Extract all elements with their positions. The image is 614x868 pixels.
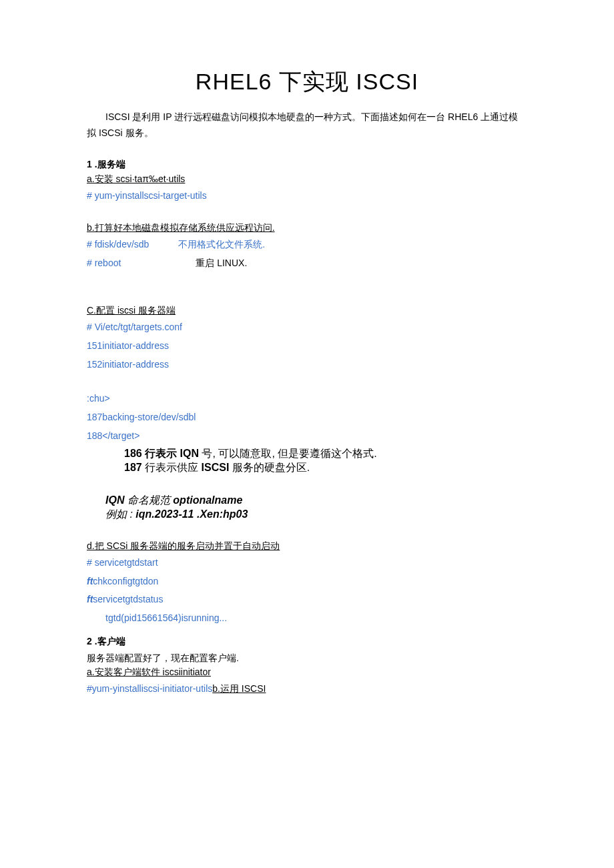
s2-a-cmd1: #yum-yinstalliscsi-initiator-utils bbox=[87, 683, 212, 694]
s1-b-cmd1: # fdisk/dev/sdb 不用格式化文件系统. bbox=[87, 237, 527, 253]
s1-d-head: d.把 SCSi 服务器端的服务启动并置于自动启动 bbox=[87, 540, 527, 552]
s2-a-b: b.运用 ISCSI bbox=[212, 683, 266, 694]
s2-a-row: #yum-yinstalliscsi-initiator-utilsb.运用 I… bbox=[87, 681, 527, 697]
s1-c-cmd5: 187backing-store/dev/sdbl bbox=[87, 410, 527, 426]
s2-line1: 服务器端配置好了，现在配置客户端. bbox=[87, 650, 527, 667]
s1-a-cmd1: # yum-yinstallscsi-target-utils bbox=[87, 188, 527, 204]
doc-title: RHEL6 下实现 ISCSI bbox=[87, 67, 527, 97]
s1-d-cmd1: # servicetgtdstart bbox=[87, 555, 527, 571]
section-1-head: 1 .服务端 bbox=[87, 159, 527, 171]
s1-d-cmd2-txt: chkconfigtgtdon bbox=[93, 576, 158, 586]
s1-b-cmd2: # reboot 重启 LINUX. bbox=[87, 256, 527, 272]
s1-c-cmd3: 152initiator-address bbox=[87, 357, 527, 373]
s1-c-note2-d: 服务的硬盘分区. bbox=[229, 462, 310, 473]
s1-a-head: a.安装 scsi·taπ‰et·utils bbox=[87, 173, 527, 185]
section-2-head: 2 .客户端 bbox=[87, 636, 527, 648]
s1-c-note1-a: 186 行表示 bbox=[124, 448, 180, 459]
s1-c-note1: 186 行表示 IQN 号, 可以随意取, 但是要遵循这个格式. bbox=[87, 447, 527, 461]
s1-b-cmd2-right: 重启 LINUX. bbox=[196, 258, 247, 268]
s1-c-note2-a: 187 bbox=[124, 462, 142, 473]
s1-d-cmd2-ft: ft bbox=[87, 576, 93, 586]
s1-c-cmd4: :chu> bbox=[87, 391, 527, 407]
s1-d-cmd3-ft: ft bbox=[87, 594, 93, 604]
s1-c-iqn1-a: IQN bbox=[105, 494, 127, 506]
s1-c-note2: 187 行表示供应 ISCSI 服务的硬盘分区. bbox=[87, 461, 527, 475]
s1-b-head: b.打算好本地磁盘模拟存储系统供应远程访问. bbox=[87, 222, 527, 234]
s1-b-cmd2-left: # reboot bbox=[87, 258, 121, 268]
s1-c-cmd2: 151initiator-address bbox=[87, 338, 527, 354]
intro-paragraph: ISCSI 是利用 IP 进行远程磁盘访问模拟本地硬盘的一种方式。下面描述如何在… bbox=[87, 109, 527, 141]
s1-b-cmd1-left: # fdisk/dev/sdb bbox=[87, 239, 149, 250]
s1-c-cmd1: # Vi/etc/tgt/targets.conf bbox=[87, 320, 527, 336]
s1-c-iqn1-c: optionalname bbox=[173, 494, 242, 506]
s1-c-note1-b: IQN bbox=[180, 448, 199, 459]
s1-d-cmd2: ftchkconfigtgtdon bbox=[87, 574, 527, 590]
s1-c-note1-c: 号, 可以随意取, 但是要遵循这个格式. bbox=[199, 448, 377, 459]
s1-c-iqn2-b: iqn.2023-11 .Xen:hp03 bbox=[135, 508, 248, 520]
s1-d-cmd4: tgtd(pid15661564)isrunning... bbox=[87, 610, 527, 626]
s1-b-cmd1-right: 不用格式化文件系统. bbox=[178, 239, 265, 250]
s1-c-iqn1: IQN 命名规范 optionalname bbox=[87, 494, 527, 508]
s1-c-note2-c: ISCSI bbox=[202, 462, 230, 473]
s1-c-cmd6: 188</target> bbox=[87, 428, 527, 444]
s1-c-iqn1-b: 命名规范 bbox=[127, 494, 173, 506]
page-body: RHEL6 下实现 ISCSI ISCSI 是利用 IP 进行远程磁盘访问模拟本… bbox=[0, 0, 614, 868]
s1-c-iqn2: 例如 : iqn.2023-11 .Xen:hp03 bbox=[87, 508, 527, 522]
s1-c-note2-b: 行表示供应 bbox=[142, 462, 202, 473]
s1-c-iqn2-a: 例如 : bbox=[105, 508, 135, 520]
s1-d-cmd3: ftservicetgtdstatus bbox=[87, 592, 527, 608]
s2-a-head: a.安装客户端软件 iscsiinitiator bbox=[87, 667, 527, 679]
s1-d-cmd3-txt: servicetgtdstatus bbox=[93, 594, 163, 604]
s1-c-head: C.配置 iscsi 服务器端 bbox=[87, 305, 527, 317]
